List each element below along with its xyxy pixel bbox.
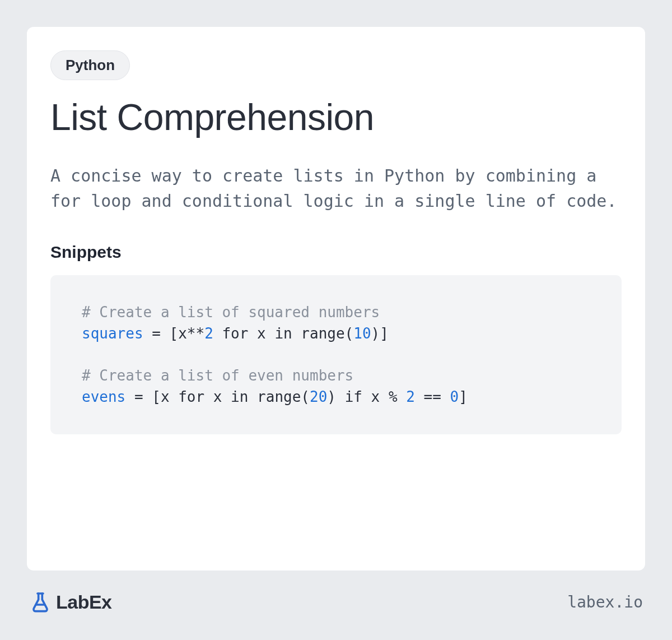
page-title: List Comprehension — [50, 96, 622, 138]
code-text: = [x for x in range( — [125, 388, 310, 405]
footer-url: labex.io — [567, 593, 643, 611]
code-comment: # Create a list of squared numbers — [82, 304, 380, 321]
code-text: == — [415, 388, 450, 405]
code-number: 0 — [450, 388, 459, 405]
code-comment: # Create a list of even numbers — [82, 367, 353, 384]
logo: LabEx — [29, 591, 112, 613]
code-text: ) if x % — [327, 388, 406, 405]
code-number: 10 — [353, 325, 371, 342]
code-number: 2 — [204, 325, 213, 342]
snippets-heading: Snippets — [50, 243, 622, 262]
footer: LabEx labex.io — [27, 591, 645, 613]
description-text: A concise way to create lists in Python … — [50, 163, 622, 214]
code-snippet: # Create a list of squared numbers squar… — [50, 275, 622, 434]
code-text: )] — [371, 325, 389, 342]
code-variable: evens — [82, 388, 125, 405]
logo-text: LabEx — [56, 591, 112, 613]
content-card: Python List Comprehension A concise way … — [27, 27, 645, 571]
code-variable: squares — [82, 325, 143, 342]
language-tag: Python — [50, 50, 130, 80]
code-number: 2 — [406, 388, 415, 405]
code-text: = [x** — [143, 325, 205, 342]
code-text: ] — [459, 388, 468, 405]
code-number: 20 — [310, 388, 327, 405]
flask-icon — [29, 591, 52, 613]
code-text: for x in range( — [213, 325, 353, 342]
